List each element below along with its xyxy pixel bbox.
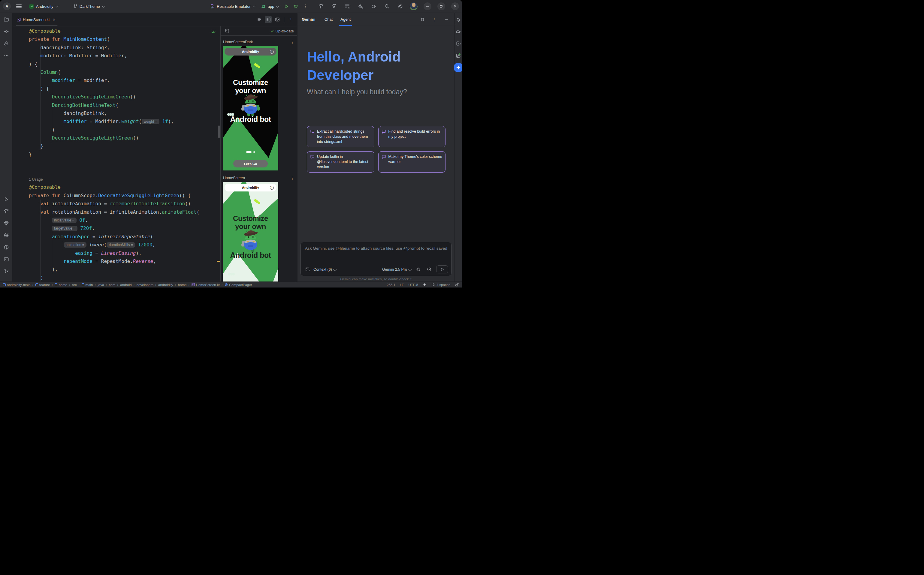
preview-homescreen[interactable]: Androidify i Customize your own	[223, 182, 278, 281]
breadcrumb-item[interactable]: developers	[137, 283, 153, 287]
info-icon: i	[270, 186, 274, 190]
page-indicator	[223, 151, 278, 153]
breadcrumb-separator: ›	[221, 283, 223, 287]
run-tool-icon[interactable]	[2, 195, 11, 203]
running-devices-icon[interactable]	[454, 51, 462, 60]
restore-button[interactable]	[437, 2, 445, 10]
history-icon[interactable]	[425, 266, 433, 273]
inspection-ok-icon[interactable]	[210, 29, 216, 35]
terminal-icon[interactable]	[2, 255, 11, 264]
gemini-rail-icon[interactable]	[454, 64, 462, 72]
version-control-icon[interactable]	[2, 267, 11, 275]
app-quality-insights-icon[interactable]	[2, 219, 11, 227]
gemini-more-icon[interactable]: ⋮	[431, 16, 438, 23]
mint-squiggle	[229, 273, 235, 275]
branch-name: DarkTheme	[80, 4, 100, 9]
breadcrumb-item[interactable]: androidify	[158, 283, 173, 287]
breadcrumb-item[interactable]: java	[98, 283, 104, 287]
code-editor[interactable]: @Composableprivate fun MainHomeContent( …	[13, 26, 220, 281]
code-line: DecorativeSquiggleLightGreen()	[29, 134, 199, 142]
attach-image-icon[interactable]	[304, 266, 311, 273]
breadcrumb-item[interactable]: android	[120, 283, 132, 287]
profiler-button[interactable]	[344, 3, 351, 10]
editor-more-options-button[interactable]: ⋮	[287, 16, 294, 23]
more-actions-button[interactable]: ⋮	[302, 3, 309, 10]
debug-button[interactable]	[292, 3, 299, 10]
send-button[interactable]	[436, 265, 448, 273]
user-avatar[interactable]	[410, 2, 418, 10]
suggestion-card-2[interactable]: Find and resolve build errors in my proj…	[378, 126, 446, 147]
changed-line-marker	[217, 261, 220, 262]
settings-button[interactable]	[396, 3, 404, 10]
preview-menu-icon[interactable]: ⋮	[291, 40, 295, 44]
breadcrumb-item[interactable]: CompactPager	[224, 283, 252, 287]
breadcrumb-item[interactable]: home	[55, 283, 67, 287]
chevron-down-icon	[102, 4, 105, 8]
notifications-icon[interactable]	[454, 15, 462, 24]
breadcrumb-separator: ›	[95, 283, 96, 287]
indent-config[interactable]: 4 spaces	[431, 283, 450, 287]
suggestion-card-3[interactable]: Update kotlin in @libs.version.toml to t…	[307, 151, 374, 173]
attach-debugger-button[interactable]	[357, 3, 364, 10]
resource-manager-icon[interactable]	[2, 39, 11, 48]
breadcrumb-item[interactable]: HomeScreen.kt	[191, 283, 220, 287]
build-tool-icon[interactable]	[2, 207, 11, 216]
spark-icon[interactable]	[423, 283, 426, 287]
main-menu-button[interactable]	[16, 5, 22, 8]
gradle-sync-button[interactable]	[370, 3, 377, 10]
minimize-button[interactable]	[423, 2, 431, 10]
lets-go-button[interactable]: Let's Go	[233, 160, 268, 167]
code-line: initialValue = 0f,	[29, 216, 199, 224]
file-encoding[interactable]: UTF-8	[408, 283, 418, 287]
branch-selector[interactable]: DarkTheme	[72, 3, 106, 10]
gemini-prompt-input[interactable]	[301, 242, 451, 254]
gemini-suggestions: Extract all hardcoded strings from this …	[307, 126, 445, 173]
close-button[interactable]	[451, 2, 459, 10]
tab-chat[interactable]: Chat	[324, 13, 332, 26]
right-tool-rail	[454, 13, 462, 281]
model-selector[interactable]: Gemini 2.5 Pro	[382, 267, 411, 272]
preview-menu-icon[interactable]: ⋮	[291, 176, 295, 180]
preview-homescreendark[interactable]: Androidify i Customize your own	[223, 46, 278, 170]
run-config-selector[interactable]: app	[259, 3, 280, 10]
lock-open-icon[interactable]	[455, 283, 459, 287]
project-selector[interactable]: Androidify	[27, 2, 59, 10]
device-selector[interactable]: Resizable Emulator	[208, 3, 257, 10]
breadcrumb-separator: ›	[117, 283, 118, 287]
tab-homescreen-kt[interactable]: HomeScreen.kt ✕	[14, 13, 59, 26]
problems-icon[interactable]	[2, 243, 11, 251]
build-button[interactable]	[317, 3, 324, 10]
suggestion-card-4[interactable]: Make my Theme's color scheme warmer	[378, 151, 446, 173]
gradle-icon[interactable]	[454, 27, 462, 36]
gemini-minimize-icon[interactable]	[443, 16, 450, 23]
breadcrumb-item[interactable]: com	[109, 283, 116, 287]
editor-scrollbar[interactable]	[218, 125, 220, 138]
tab-agent[interactable]: Agent	[340, 13, 351, 26]
run-button[interactable]	[283, 3, 290, 10]
suggestion-card-1[interactable]: Extract all hardcoded strings from this …	[307, 126, 374, 147]
context-selector[interactable]: Context (6)	[313, 267, 336, 272]
gemini-settings-icon[interactable]	[415, 266, 422, 273]
project-folder-icon[interactable]	[2, 15, 11, 24]
breadcrumb-item[interactable]: main	[82, 283, 93, 287]
delete-conversation-icon[interactable]	[419, 16, 426, 23]
code-view-button[interactable]	[256, 16, 263, 23]
more-tool-windows-icon[interactable]	[2, 51, 11, 60]
tab-close-icon[interactable]: ✕	[52, 17, 56, 22]
code-line: modifier = modifier,	[29, 76, 199, 84]
caret-position[interactable]: 255:1	[386, 283, 395, 287]
device-manager-icon[interactable]	[454, 39, 462, 48]
preview-layout-icon[interactable]	[224, 27, 231, 35]
commit-icon[interactable]	[2, 27, 11, 36]
code-line: ) {	[29, 85, 199, 93]
line-ending[interactable]: LF	[400, 283, 404, 287]
breadcrumb-item[interactable]: src	[72, 283, 76, 287]
design-view-button[interactable]	[274, 16, 281, 23]
profiler-tool-icon[interactable]	[2, 231, 11, 240]
breadcrumb-item[interactable]: home	[178, 283, 187, 287]
breadcrumb-item[interactable]: feature	[35, 283, 50, 287]
breadcrumb-item[interactable]: androidify-main	[3, 283, 30, 287]
search-everywhere-button[interactable]	[383, 3, 391, 10]
apply-changes-button[interactable]	[331, 3, 338, 10]
split-view-button[interactable]	[265, 16, 272, 23]
